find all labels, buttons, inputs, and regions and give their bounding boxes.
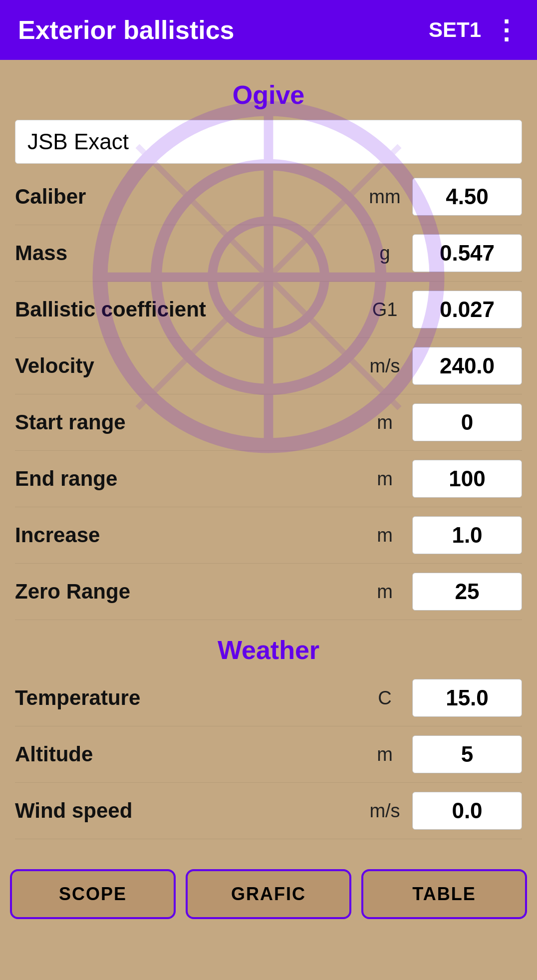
param-label-velocity: Velocity bbox=[15, 354, 357, 378]
param-row-start-range: Start range m 0 bbox=[15, 394, 522, 451]
param-row-increase: Increase m 1.0 bbox=[15, 507, 522, 564]
param-label-wind-speed: Wind speed bbox=[15, 799, 357, 823]
param-value-temperature[interactable]: 15.0 bbox=[412, 679, 522, 717]
param-value-velocity[interactable]: 240.0 bbox=[412, 347, 522, 385]
param-value-start-range[interactable]: 0 bbox=[412, 403, 522, 441]
param-unit-mass: g bbox=[357, 243, 412, 264]
param-label-altitude: Altitude bbox=[15, 742, 357, 766]
param-row-altitude: Altitude m 5 bbox=[15, 726, 522, 783]
ogive-selected-value: JSB Exact bbox=[27, 129, 129, 154]
bottom-toolbar: SCOPE GRAFIC TABLE bbox=[0, 854, 537, 929]
param-row-end-range: End range m 100 bbox=[15, 451, 522, 507]
param-row-ballistic-coefficient: Ballistic coefficient G1 0.027 bbox=[15, 282, 522, 338]
param-unit-velocity: m/s bbox=[357, 355, 412, 377]
param-unit-wind-speed: m/s bbox=[357, 800, 412, 822]
app-title: Exterior ballistics bbox=[18, 15, 235, 45]
param-label-start-range: Start range bbox=[15, 410, 357, 434]
ogive-section-title: Ogive bbox=[15, 80, 522, 110]
param-unit-caliber: mm bbox=[357, 186, 412, 208]
param-unit-increase: m bbox=[357, 525, 412, 546]
param-value-zero-range[interactable]: 25 bbox=[412, 573, 522, 611]
set-label: SET1 bbox=[429, 18, 481, 42]
param-row-caliber: Caliber mm 4.50 bbox=[15, 169, 522, 225]
param-unit-altitude: m bbox=[357, 744, 412, 765]
parameters-section: Caliber mm 4.50 Mass g 0.547 Ballistic c… bbox=[15, 169, 522, 620]
weather-parameters-section: Temperature C 15.0 Altitude m 5 Wind spe… bbox=[15, 670, 522, 839]
weather-section-title: Weather bbox=[15, 635, 522, 665]
param-value-wind-speed[interactable]: 0.0 bbox=[412, 792, 522, 830]
param-value-caliber[interactable]: 4.50 bbox=[412, 178, 522, 216]
ogive-selector[interactable]: JSB Exact bbox=[15, 120, 522, 164]
grafic-button[interactable]: GRAFIC bbox=[186, 869, 351, 919]
param-unit-temperature: C bbox=[357, 687, 412, 709]
param-unit-end-range: m bbox=[357, 468, 412, 490]
param-row-wind-speed: Wind speed m/s 0.0 bbox=[15, 783, 522, 839]
header-controls: SET1 ⋮ bbox=[429, 17, 519, 43]
param-label-mass: Mass bbox=[15, 241, 357, 265]
app-header: Exterior ballistics SET1 ⋮ bbox=[0, 0, 537, 60]
more-options-icon[interactable]: ⋮ bbox=[493, 17, 519, 43]
param-value-mass[interactable]: 0.547 bbox=[412, 234, 522, 272]
param-label-temperature: Temperature bbox=[15, 686, 357, 710]
param-unit-zero-range: m bbox=[357, 581, 412, 603]
param-label-ballistic-coefficient: Ballistic coefficient bbox=[15, 298, 357, 322]
param-label-end-range: End range bbox=[15, 467, 357, 491]
param-row-temperature: Temperature C 15.0 bbox=[15, 670, 522, 726]
table-button[interactable]: TABLE bbox=[361, 869, 527, 919]
param-row-mass: Mass g 0.547 bbox=[15, 225, 522, 282]
param-row-zero-range: Zero Range m 25 bbox=[15, 564, 522, 620]
param-label-zero-range: Zero Range bbox=[15, 580, 357, 604]
param-unit-start-range: m bbox=[357, 412, 412, 433]
param-unit-ballistic-coefficient: G1 bbox=[357, 299, 412, 321]
param-label-increase: Increase bbox=[15, 523, 357, 547]
param-value-ballistic-coefficient[interactable]: 0.027 bbox=[412, 291, 522, 328]
scope-button[interactable]: SCOPE bbox=[10, 869, 176, 919]
param-row-velocity: Velocity m/s 240.0 bbox=[15, 338, 522, 394]
param-value-end-range[interactable]: 100 bbox=[412, 460, 522, 498]
param-value-increase[interactable]: 1.0 bbox=[412, 516, 522, 554]
param-value-altitude[interactable]: 5 bbox=[412, 735, 522, 773]
param-label-caliber: Caliber bbox=[15, 185, 357, 209]
main-content: Ogive JSB Exact Caliber mm 4.50 Mass g 0… bbox=[0, 60, 537, 854]
